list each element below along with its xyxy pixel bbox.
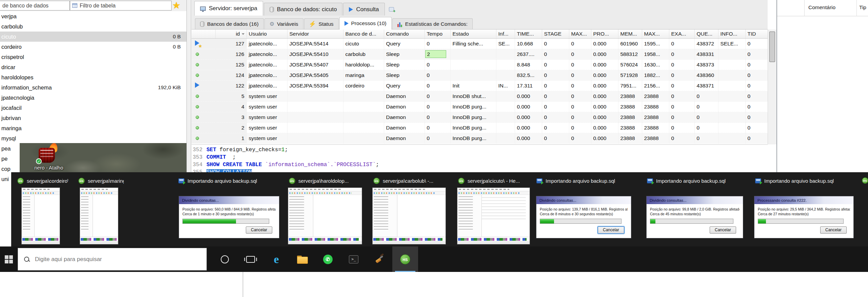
column-header-Banco de d...[interactable]: Banco de d...	[343, 29, 384, 38]
dialog-position-text: Posição no arquivo: 139,7 MiB / 816,1 Mi…	[540, 207, 628, 212]
taskbar-button-brush-icon[interactable]	[367, 246, 392, 272]
taskbar-button-edge-icon[interactable]: e	[263, 246, 289, 272]
column-header-STAGE[interactable]: STAGE	[542, 29, 569, 38]
sidebar-item-carbolub[interactable]: carbolub	[0, 21, 186, 32]
process-row[interactable]: 1system userDaemon0InnoDB purg...0.00000…	[192, 133, 768, 143]
column-header-Comando[interactable]: Comando	[384, 29, 425, 38]
sql-editor[interactable]: 352SET foreign_key_checks=1;353COMMIT ;3…	[192, 144, 768, 172]
comment-column-header[interactable]: Comentário	[808, 4, 835, 11]
tab-consulta[interactable]: Consulta	[343, 3, 384, 16]
nero-shortcut[interactable]: ✓	[36, 144, 60, 165]
column-header-Usuário[interactable]: Usuário	[246, 29, 287, 38]
tab-banco-de-dados-cicuto[interactable]: Banco de dados: cicuto	[264, 3, 343, 16]
subtab-status[interactable]: ⚡Status	[304, 18, 339, 29]
column-header-QUE...[interactable]: QUE...	[694, 29, 718, 38]
search-input[interactable]	[34, 256, 177, 263]
column-header-MAX...[interactable]: MAX...	[642, 29, 669, 38]
process-row[interactable]: 125jpatecnolo...JOSEJPA:55407haroldolop.…	[192, 59, 768, 70]
sidebar-item-cicuto[interactable]: cicuto0 B	[0, 32, 186, 42]
column-header-icon[interactable]	[192, 29, 215, 38]
start-button[interactable]	[0, 246, 18, 272]
preview-card[interactable]: HSserverjpa\carbolub\ -...	[371, 172, 447, 246]
sidebar-item-jpatecnologia[interactable]: jpatecnologia	[0, 93, 186, 103]
cell-MAX...: 1882...	[642, 70, 669, 80]
window-thumbnail[interactable]	[457, 187, 530, 244]
import-dialog-thumbnail[interactable]: Dividindo consultas...Posição no arquivo…	[646, 196, 743, 238]
column-header-INFO...[interactable]: INFO...	[718, 29, 745, 38]
subtab-processos-10-[interactable]: Processos (10)	[339, 17, 392, 29]
process-row[interactable]: 126jpatecnolo...JOSEJPA:55410carbolubSle…	[192, 49, 768, 59]
process-row[interactable]: 122jpatecnolo...JOSEJPA:55394cordeiroQue…	[192, 80, 768, 91]
window-thumbnail[interactable]	[80, 187, 118, 244]
sidebar-item-haroldolopes[interactable]: haroldolopes	[0, 72, 186, 82]
process-row[interactable]: 124jpatecnolo...JOSEJPA:55405maringaSlee…	[192, 70, 768, 80]
column-header-Inf...[interactable]: Inf...	[496, 29, 515, 38]
shortcut-label[interactable]: nero - Atalho	[22, 165, 76, 171]
process-row[interactable]: 5system userDaemon0InnoDB shut...0.00000…	[192, 91, 768, 101]
preview-card[interactable]: HSserverjpa\cordeiro\ - ...	[15, 172, 66, 246]
preview-card[interactable]: HSserverjpa\maringa\ - ...	[76, 172, 122, 246]
preview-card[interactable]: HSserverjpa\haroldolop...	[287, 172, 363, 246]
taskbar-button-file-explorer-icon[interactable]	[289, 246, 315, 272]
column-header-Tempo[interactable]: Tempo	[425, 29, 450, 38]
taskbar-search[interactable]	[18, 248, 207, 271]
column-header-Servidor[interactable]: Servidor	[287, 29, 343, 38]
subtab-bancos-de-dados-16-[interactable]: Bancos de dados (16)	[195, 18, 264, 29]
column-header-id[interactable]: id	[215, 29, 246, 38]
import-dialog-thumbnail[interactable]: Dividindo consultas...Posição no arquivo…	[179, 196, 279, 238]
preview-card[interactable]: HSserverjpa\cicuto\ - He...	[456, 172, 531, 246]
database-filter-input[interactable]: de banco de dados	[0, 1, 70, 11]
taskbar-button-whatsapp-icon[interactable]: ✆	[315, 246, 341, 272]
sidebar-item-cordeiro[interactable]: cordeiro0 B	[0, 42, 186, 52]
cancel-button[interactable]: Cancelar	[598, 226, 624, 234]
sidebar-item-jubrivan[interactable]: jubrivan	[0, 113, 186, 123]
column-header-TID[interactable]: TID	[745, 29, 768, 38]
type-column-header[interactable]: Tip	[859, 4, 866, 11]
column-header-MEM...[interactable]: MEM...	[618, 29, 642, 38]
process-row[interactable]: 2system userDaemon0InnoDB purg...0.00000…	[192, 122, 768, 133]
sidebar-splitter[interactable]	[186, 0, 191, 172]
table-filter-input[interactable]: Filtro de tabela	[70, 1, 172, 11]
subtab-estat-sticas-de-comandos-[interactable]: Estatísticas de Comandos:	[392, 18, 473, 29]
scrollbar-thumb[interactable]	[769, 32, 775, 62]
column-header-TIME...[interactable]: TIME...	[515, 29, 542, 38]
window-thumbnail[interactable]	[372, 187, 446, 244]
cancel-button[interactable]: Cancelar	[820, 226, 847, 234]
taskbar-button-task-view-icon[interactable]	[238, 246, 263, 272]
cancel-button[interactable]: Cancelar	[246, 226, 272, 234]
vertical-scrollbar[interactable]	[768, 29, 776, 144]
preview-card[interactable]: Importando arquivo backup.sqlProcessando…	[753, 172, 855, 246]
sidebar-item-jocafacil[interactable]: jocafacil	[0, 103, 186, 113]
tab-servidor-serverjpa[interactable]: Servidor: serverjpa	[194, 1, 263, 16]
subtab-vari-veis[interactable]: ⚙Variáveis	[264, 18, 303, 29]
sidebar-item-information_schema[interactable]: information_schema192,0 KiB	[0, 82, 186, 93]
sidebar-item-dricar[interactable]: dricar	[0, 62, 186, 72]
column-header-MAX...[interactable]: MAX...	[569, 29, 591, 38]
process-row[interactable]: 3system userDaemon0InnoDB purg...0.00000…	[192, 112, 768, 122]
cancel-button[interactable]: Cancelar	[710, 226, 736, 234]
taskbar-button-cortana-icon[interactable]	[212, 246, 238, 272]
window-thumbnail[interactable]	[21, 187, 60, 244]
truncated-preview-card[interactable]: HS	[862, 177, 868, 184]
preview-card[interactable]: Importando arquivo backup.sqlDividindo c…	[176, 172, 282, 246]
column-header-Estado[interactable]: Estado	[450, 29, 496, 38]
sidebar-item-crispetrol[interactable]: crispetrol	[0, 52, 186, 62]
import-dialog-thumbnail[interactable]: Processando consulta #222.Posição no arq…	[754, 196, 854, 238]
new-query-tab-button[interactable]	[386, 3, 397, 16]
sidebar-item-verjpa[interactable]: verjpa	[0, 11, 186, 21]
preview-card[interactable]: Importando arquivo backup.sqlDividindo c…	[534, 172, 633, 246]
preview-card[interactable]: Importando arquivo backup.sqlDividindo c…	[645, 172, 745, 246]
sidebar-item-mysql[interactable]: mysql	[0, 133, 186, 143]
column-header-EXA...[interactable]: EXA...	[669, 29, 694, 38]
process-row[interactable]: 4system userDaemon0InnoDB purg...0.00000…	[192, 101, 768, 112]
process-row[interactable]: ★127jpatecnolo...JOSEJPA:55414cicutoQuer…	[192, 38, 768, 49]
sidebar-item-maringa[interactable]: maringa	[0, 123, 186, 133]
star-icon[interactable]: ★	[172, 0, 180, 11]
cell-Usuário: jpatecnolo...	[246, 70, 287, 80]
import-dialog-thumbnail[interactable]: Dividindo consultas...Posição no arquivo…	[536, 196, 631, 238]
taskbar-button-heidisql-icon[interactable]: HS	[392, 246, 418, 272]
taskbar-button-terminal-icon[interactable]: >_	[341, 246, 367, 272]
window-thumbnail[interactable]	[288, 187, 362, 244]
column-header-PRO...[interactable]: PRO...	[591, 29, 618, 38]
thumb-sql-strip	[457, 237, 530, 241]
